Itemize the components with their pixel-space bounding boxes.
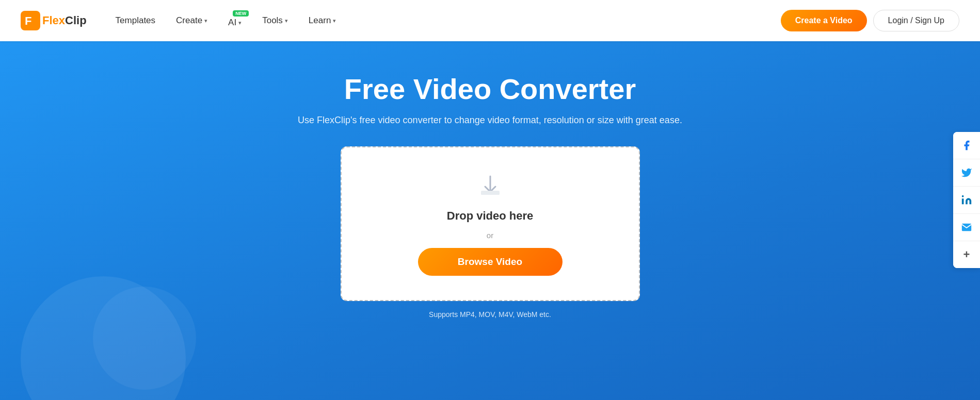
svg-rect-2 bbox=[481, 191, 500, 195]
linkedin-share-button[interactable] bbox=[953, 187, 980, 213]
nav-ai[interactable]: AI NEW ▾ bbox=[220, 9, 250, 32]
create-video-button[interactable]: Create a Video bbox=[781, 10, 867, 31]
nav-learn[interactable]: Learn ▾ bbox=[300, 11, 344, 30]
logo-icon: F bbox=[21, 11, 40, 30]
navbar: F FlexClip Templates Create ▾ AI NEW ▾ T… bbox=[0, 0, 980, 41]
linkedin-icon bbox=[961, 194, 972, 206]
twitter-icon bbox=[961, 167, 972, 178]
svg-text:F: F bbox=[25, 14, 31, 27]
nav-create[interactable]: Create ▾ bbox=[168, 11, 216, 30]
svg-point-3 bbox=[962, 195, 964, 197]
nav-actions: Create a Video Login / Sign Up bbox=[781, 10, 959, 31]
or-text: or bbox=[487, 231, 493, 240]
nav-templates[interactable]: Templates bbox=[107, 11, 164, 30]
tools-chevron-icon: ▾ bbox=[285, 18, 288, 24]
hero-section: Free Video Converter Use FlexClip's free… bbox=[0, 41, 980, 400]
drop-zone[interactable]: Drop video here or Browse Video bbox=[341, 146, 640, 301]
browse-video-button[interactable]: Browse Video bbox=[418, 248, 563, 276]
more-share-button[interactable]: + bbox=[953, 241, 980, 268]
nav-tools[interactable]: Tools ▾ bbox=[254, 11, 296, 30]
more-icon: + bbox=[963, 249, 970, 260]
social-sidebar: + bbox=[953, 132, 980, 268]
email-share-button[interactable] bbox=[953, 214, 980, 241]
facebook-share-button[interactable] bbox=[953, 132, 980, 159]
hero-subtitle: Use FlexClip's free video converter to c… bbox=[298, 115, 682, 126]
supports-text: Supports MP4, MOV, M4V, WebM etc. bbox=[429, 310, 551, 319]
drop-text: Drop video here bbox=[447, 209, 533, 223]
learn-chevron-icon: ▾ bbox=[333, 18, 336, 24]
login-button[interactable]: Login / Sign Up bbox=[873, 10, 959, 31]
logo-text: FlexClip bbox=[42, 14, 87, 27]
email-icon bbox=[961, 222, 972, 233]
create-chevron-icon: ▾ bbox=[204, 18, 207, 24]
hero-title: Free Video Converter bbox=[344, 72, 636, 106]
logo[interactable]: F FlexClip bbox=[21, 11, 87, 30]
upload-icon bbox=[477, 172, 504, 201]
facebook-icon bbox=[961, 140, 972, 151]
twitter-share-button[interactable] bbox=[953, 159, 980, 186]
ai-new-badge: NEW bbox=[233, 10, 249, 16]
ai-chevron-icon: ▾ bbox=[238, 20, 242, 26]
nav-links: Templates Create ▾ AI NEW ▾ Tools ▾ Lear… bbox=[107, 9, 781, 32]
